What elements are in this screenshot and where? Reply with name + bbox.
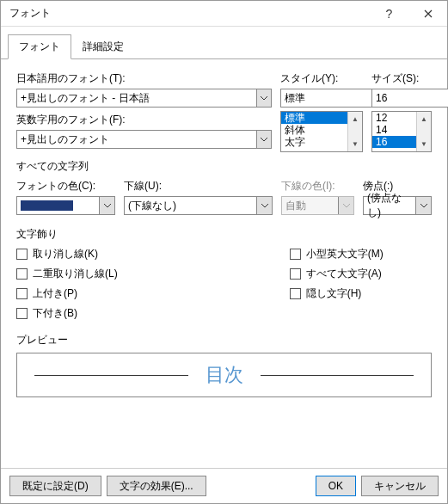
window-title: フォント xyxy=(9,6,370,21)
fontcolor-dropdown[interactable] xyxy=(16,196,115,215)
fontcolor-swatch xyxy=(21,200,73,211)
close-button[interactable] xyxy=(408,2,447,26)
checkbox-label: 小型英大文字(M) xyxy=(306,247,384,261)
checkbox-strike[interactable]: 取り消し線(K) xyxy=(16,247,118,261)
size-combo[interactable] xyxy=(371,89,432,108)
preview-line xyxy=(261,375,414,376)
fontcolor-label: フォントの色(C): xyxy=(16,179,115,194)
decoration-label: 文字飾り xyxy=(16,227,432,242)
checkbox-box xyxy=(16,308,28,319)
checkbox-hidden[interactable]: 隠し文字(H) xyxy=(290,286,384,301)
checkbox-box xyxy=(290,249,301,260)
help-button[interactable]: ? xyxy=(370,2,408,26)
checkbox-sup[interactable]: 上付き(P) xyxy=(16,286,118,301)
scroll-track[interactable] xyxy=(348,126,362,137)
dropdown-arrow xyxy=(338,197,353,214)
cancel-button[interactable]: キャンセル xyxy=(361,476,439,496)
preview-box: 目次 xyxy=(16,353,432,397)
chevron-down-icon xyxy=(261,96,267,101)
checkbox-sub[interactable]: 下付き(B) xyxy=(16,306,118,321)
jp-font-dropdown-arrow[interactable] xyxy=(256,89,272,108)
en-font-label: 英数字用のフォント(F): xyxy=(16,113,272,127)
scroll-track[interactable] xyxy=(417,126,431,137)
checkbox-smallcaps[interactable]: 小型英大文字(M) xyxy=(290,247,384,261)
chevron-down-icon xyxy=(261,138,267,142)
dropdown-arrow[interactable] xyxy=(415,197,431,214)
tab-font[interactable]: フォント xyxy=(8,34,71,59)
style-scrollbar[interactable]: ▲ ▼ xyxy=(347,112,362,151)
checkbox-label: すべて大文字(A) xyxy=(306,267,382,281)
preview-label: プレビュー xyxy=(16,333,432,347)
dialog-footer: 既定に設定(D) 文字の効果(E)... OK キャンセル xyxy=(1,468,447,503)
checkbox-label: 下付き(B) xyxy=(33,306,77,321)
ulcolor-dropdown: 自動 xyxy=(281,196,354,215)
scroll-up-icon[interactable]: ▲ xyxy=(417,112,431,126)
chevron-down-icon xyxy=(343,204,350,208)
underline-label: 下線(U): xyxy=(124,179,273,194)
dropdown-arrow[interactable] xyxy=(99,197,114,214)
preview-line xyxy=(34,375,188,376)
scroll-down-icon[interactable]: ▼ xyxy=(417,137,431,151)
en-font-input[interactable] xyxy=(16,130,256,149)
scroll-down-icon[interactable]: ▼ xyxy=(348,137,362,151)
underline-value: (下線なし) xyxy=(125,197,256,214)
checkbox-allcaps[interactable]: すべて大文字(A) xyxy=(290,267,384,281)
jp-font-combo[interactable] xyxy=(16,89,272,108)
size-scrollbar[interactable]: ▲ ▼ xyxy=(416,112,431,151)
checkbox-dstrike[interactable]: 二重取り消し線(L) xyxy=(16,267,118,281)
close-icon xyxy=(424,9,433,18)
set-default-button[interactable]: 既定に設定(D) xyxy=(9,476,101,496)
dropdown-arrow[interactable] xyxy=(256,197,272,214)
chevron-down-icon xyxy=(420,204,427,208)
chevron-down-icon xyxy=(104,204,111,208)
tab-advanced[interactable]: 詳細設定 xyxy=(71,34,135,59)
en-font-combo[interactable] xyxy=(16,130,272,149)
checkbox-label: 上付き(P) xyxy=(33,286,77,301)
checkbox-box xyxy=(16,288,28,299)
jp-font-label: 日本語用のフォント(T): xyxy=(16,71,272,86)
checkbox-box xyxy=(290,288,301,299)
emphasis-value: (傍点なし) xyxy=(364,197,415,214)
allchars-label: すべての文字列 xyxy=(16,159,432,174)
style-combo[interactable] xyxy=(280,89,363,108)
underline-dropdown[interactable]: (下線なし) xyxy=(124,196,273,215)
checkbox-box xyxy=(16,249,28,260)
en-font-dropdown-arrow[interactable] xyxy=(256,130,272,149)
jp-font-input[interactable] xyxy=(16,89,256,108)
ulcolor-label: 下線の色(I): xyxy=(281,179,354,194)
checkbox-box xyxy=(16,268,28,280)
size-listbox[interactable]: 12 14 16 ▲ ▼ xyxy=(371,111,432,152)
checkbox-label: 取り消し線(K) xyxy=(33,247,98,261)
tab-bar: フォント 詳細設定 xyxy=(1,27,447,59)
checkbox-box xyxy=(290,268,301,280)
chevron-down-icon xyxy=(261,204,268,208)
text-effects-button[interactable]: 文字の効果(E)... xyxy=(107,476,206,496)
preview-text: 目次 xyxy=(188,362,261,388)
font-dialog: フォント ? フォント 詳細設定 日本語用のフォント(T): 英数字用のフォント… xyxy=(0,0,448,504)
titlebar: フォント ? xyxy=(1,1,447,27)
checkbox-label: 二重取り消し線(L) xyxy=(33,267,118,281)
emphasis-dropdown[interactable]: (傍点なし) xyxy=(363,196,432,215)
ok-button[interactable]: OK xyxy=(316,476,356,496)
style-listbox[interactable]: 標準 斜体 太字 ▲ ▼ xyxy=(280,111,363,152)
tab-content: 日本語用のフォント(T): 英数字用のフォント(F): スタイル(Y): xyxy=(1,59,447,468)
style-label: スタイル(Y): xyxy=(280,71,363,86)
checkbox-label: 隠し文字(H) xyxy=(306,286,362,301)
ulcolor-value: 自動 xyxy=(282,197,338,214)
scroll-up-icon[interactable]: ▲ xyxy=(348,112,362,126)
size-input[interactable] xyxy=(371,89,448,108)
size-label: サイズ(S): xyxy=(371,71,432,86)
